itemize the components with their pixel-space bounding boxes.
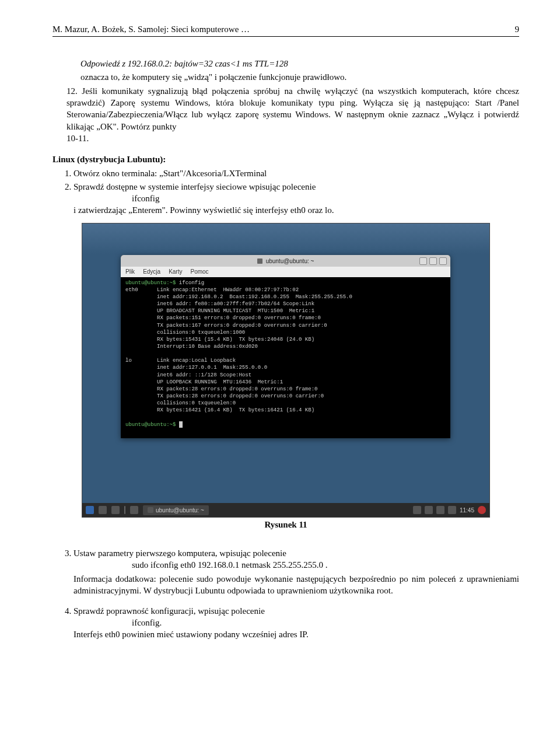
taskbar-task[interactable]: ubuntu@ubuntu: ~ — [143, 505, 209, 516]
linux-section-title: Linux (dystrybucja Lubuntu): — [52, 153, 519, 165]
header-authors: M. Mazur, A. Bożek, S. Samolej: Sieci ko… — [52, 23, 250, 35]
ubuntu-screenshot: ubuntu@ubuntu: ~ Plik Edycja Karty Pomoc… — [82, 223, 490, 518]
tray-icon[interactable] — [413, 506, 421, 514]
power-icon[interactable] — [478, 506, 486, 514]
terminal-output[interactable]: ubuntu@ubuntu:~$ ifconfig eth0 Link enca… — [121, 277, 450, 438]
page-number: 9 — [515, 23, 520, 35]
sudo-ifconfig-command: sudo ifconfig eth0 192.168.0.1 netmask 2… — [132, 559, 519, 571]
volume-icon[interactable] — [436, 506, 444, 514]
ifconfig-verify-command: ifconfig. — [132, 617, 519, 628]
terminal-titlebar[interactable]: ubuntu@ubuntu: ~ — [121, 255, 450, 267]
minimize-icon[interactable] — [419, 257, 427, 265]
separator-icon — [124, 506, 125, 514]
clock[interactable]: 11:45 — [460, 507, 474, 515]
step-12-para: 12. Jeśli komunikaty sygnalizują błąd po… — [66, 85, 519, 144]
list-item: Sprawdź dostępne w systemie interfejsy s… — [74, 181, 519, 216]
battery-icon[interactable] — [448, 506, 456, 514]
file-manager-icon[interactable] — [99, 506, 107, 514]
ping-response-line: Odpowiedź z 192.168.0.2: bajtów=32 czas<… — [80, 58, 519, 69]
ifconfig-command: ifconfig — [132, 193, 519, 204]
list-item: Sprawdź poprawność konfiguracji, wpisują… — [74, 605, 519, 641]
terminal-title: ubuntu@ubuntu: ~ — [266, 257, 314, 266]
linux-steps-list-cont: Ustaw parametry pierwszego komputera, wp… — [74, 547, 519, 597]
linux-steps-list: Otwórz okno terminala: „Start"/Akcesoria… — [74, 167, 519, 216]
menu-help[interactable]: Pomoc — [190, 268, 208, 276]
terminal-menubar: Plik Edycja Karty Pomoc — [121, 267, 450, 277]
cursor-icon — [179, 421, 183, 428]
menu-edit[interactable]: Edycja — [143, 268, 160, 276]
menu-tabs[interactable]: Karty — [169, 268, 182, 276]
network-icon[interactable] — [425, 506, 433, 514]
page-header: M. Mazur, A. Bożek, S. Samolej: Sieci ko… — [52, 23, 519, 37]
start-menu-icon[interactable] — [86, 506, 94, 514]
terminal-icon — [257, 259, 262, 264]
menu-file[interactable]: Plik — [125, 268, 135, 276]
sudo-info-paragraph: Informacja dodatkowa: polecenie sudo pow… — [74, 573, 519, 597]
terminal-window: ubuntu@ubuntu: ~ Plik Edycja Karty Pomoc… — [121, 255, 450, 438]
linux-steps-list-cont2: Sprawdź poprawność konfiguracji, wpisują… — [74, 605, 519, 641]
taskbar: ubuntu@ubuntu: ~ 11:45 — [82, 503, 489, 517]
window-controls — [419, 257, 447, 265]
close-icon[interactable] — [439, 257, 447, 265]
ping-conclusion: oznacza to, że komputery się „widzą" i p… — [80, 71, 519, 83]
show-desktop-icon[interactable] — [130, 506, 138, 514]
list-item: Otwórz okno terminala: „Start"/Akcesoria… — [74, 167, 519, 179]
maximize-icon[interactable] — [429, 257, 437, 265]
list-item: Ustaw parametry pierwszego komputera, wp… — [74, 547, 519, 597]
terminal-task-icon — [148, 507, 153, 513]
verify-tail: Interfejs eth0 powinien mieć ustawiony p… — [74, 628, 519, 640]
response-block: Odpowiedź z 192.168.0.2: bajtów=32 czas<… — [80, 58, 519, 144]
browser-icon[interactable] — [111, 506, 120, 514]
desktop-wallpaper — [82, 223, 489, 254]
figure-caption: Rysunek 11 — [52, 519, 519, 530]
